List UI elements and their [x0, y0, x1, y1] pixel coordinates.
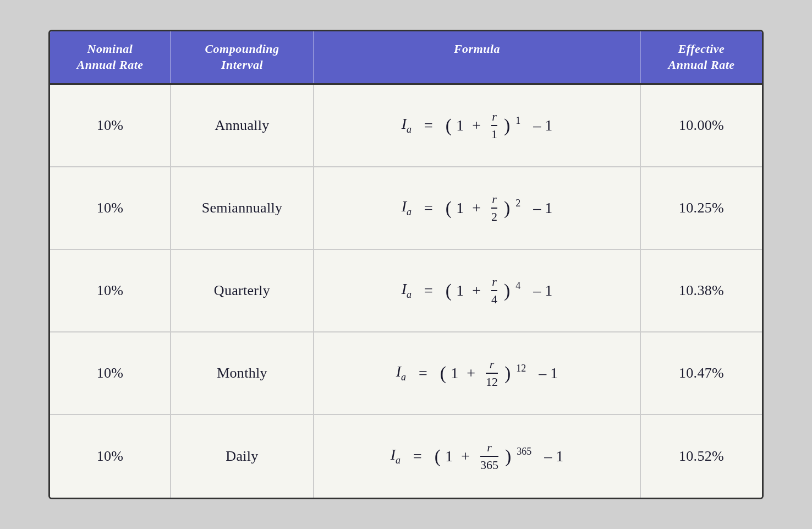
fraction: r 1 — [491, 110, 497, 141]
effective-rate-value: 10.25% — [679, 200, 724, 216]
plus: + — [457, 448, 474, 465]
fraction-numerator: r — [491, 192, 497, 209]
interval-cell: Annually — [171, 85, 314, 166]
interval-value: Monthly — [217, 365, 267, 381]
plus: + — [468, 282, 485, 299]
open-paren: ( — [446, 198, 452, 219]
nominal-rate-cell: 10% — [50, 167, 171, 249]
fraction-numerator: r — [491, 110, 497, 126]
interval-value: Daily — [226, 448, 258, 465]
one: 1 — [451, 364, 458, 382]
interval-cell: Monthly — [171, 332, 314, 414]
fraction: r 12 — [486, 357, 498, 389]
effective-rate-value: 10.47% — [679, 365, 724, 381]
fraction-numerator: r — [486, 357, 498, 374]
formula-ia: Ia — [402, 280, 412, 301]
close-paren: ) — [505, 446, 511, 467]
formula: Ia = ( 1 + r 365 ) 365 – 1 — [391, 440, 564, 472]
nominal-rate-value: 10% — [97, 200, 124, 216]
effective-rate-cell: 10.47% — [641, 332, 762, 414]
nominal-rate-cell: 10% — [50, 250, 171, 331]
nominal-rate-value: 10% — [97, 365, 124, 381]
effective-rate-cell: 10.00% — [641, 85, 762, 166]
one: 1 — [445, 448, 453, 465]
fraction-numerator: r — [480, 440, 498, 457]
interval-value: Semiannually — [202, 200, 283, 216]
equals-sign: = — [420, 199, 437, 217]
fraction-denominator: 12 — [486, 374, 498, 389]
header-effective-rate: EffectiveAnnual Rate — [641, 31, 762, 83]
formula: Ia = ( 1 + r 2 ) 2 – 1 — [402, 192, 553, 224]
formula-cell: Ia = ( 1 + r 4 ) 4 – 1 — [314, 250, 641, 331]
formula-cell: Ia = ( 1 + r 12 ) 12 – 1 — [314, 332, 641, 414]
table-row: 10% Monthly Ia = ( 1 + r 12 ) 12 — [50, 332, 762, 415]
interval-cell: Semiannually — [171, 167, 314, 249]
interval-value: Annually — [215, 117, 269, 134]
equals-sign: = — [420, 117, 437, 134]
close-paren: ) — [504, 115, 510, 136]
formula: Ia = ( 1 + r 1 ) 1 – 1 — [402, 110, 553, 141]
formula-ia: Ia — [402, 198, 412, 218]
effective-rate-value: 10.38% — [679, 282, 724, 299]
one: 1 — [456, 117, 464, 134]
open-paren: ( — [440, 363, 446, 384]
minus-one: – 1 — [540, 448, 563, 465]
exponent: 365 — [517, 446, 531, 457]
effective-rate-cell: 10.38% — [641, 250, 762, 331]
close-paren: ) — [504, 198, 510, 219]
interval-cell: Daily — [171, 415, 314, 498]
exponent: 2 — [515, 198, 520, 209]
open-paren: ( — [446, 115, 452, 136]
plus: + — [468, 117, 485, 134]
formula-ia: Ia — [402, 115, 412, 135]
header-nominal-rate: NominalAnnual Rate — [50, 31, 171, 83]
table-body: 10% Annually Ia = ( 1 + r 1 ) 1 — [50, 85, 762, 498]
effective-rate-cell: 10.25% — [641, 167, 762, 249]
minus-one: – 1 — [535, 364, 558, 382]
exponent: 4 — [515, 280, 520, 292]
table-row: 10% Daily Ia = ( 1 + r 365 ) 365 — [50, 415, 762, 498]
table-row: 10% Annually Ia = ( 1 + r 1 ) 1 — [50, 85, 762, 167]
table-header: NominalAnnual Rate CompoundingInterval F… — [50, 31, 762, 84]
nominal-rate-value: 10% — [97, 282, 124, 299]
header-compounding-interval: CompoundingInterval — [171, 31, 314, 83]
minus-one: – 1 — [529, 117, 552, 134]
exponent: 12 — [516, 363, 526, 374]
equals-sign: = — [409, 448, 426, 465]
fraction-denominator: 2 — [491, 209, 497, 224]
close-paren: ) — [504, 363, 511, 384]
formula-ia: Ia — [396, 363, 406, 383]
fraction: r 2 — [491, 192, 497, 224]
formula: Ia = ( 1 + r 4 ) 4 – 1 — [402, 275, 553, 307]
interval-value: Quarterly — [214, 282, 270, 299]
plus: + — [468, 199, 485, 217]
nominal-rate-cell: 10% — [50, 415, 171, 498]
one: 1 — [456, 199, 464, 217]
plus: + — [463, 364, 479, 382]
fraction-denominator: 4 — [491, 291, 497, 307]
fraction-denominator: 1 — [491, 126, 497, 141]
effective-rate-value: 10.52% — [679, 448, 724, 465]
fraction-numerator: r — [491, 275, 497, 291]
one: 1 — [456, 282, 464, 299]
nominal-rate-cell: 10% — [50, 332, 171, 414]
effective-rate-value: 10.00% — [679, 117, 724, 134]
formula-cell: Ia = ( 1 + r 2 ) 2 – 1 — [314, 167, 641, 249]
nominal-rate-value: 10% — [97, 448, 124, 465]
open-paren: ( — [435, 446, 441, 467]
minus-one: – 1 — [529, 282, 552, 299]
formula-cell: Ia = ( 1 + r 365 ) 365 – 1 — [314, 415, 641, 498]
fraction-denominator: 365 — [480, 457, 498, 472]
open-paren: ( — [446, 280, 452, 301]
nominal-rate-value: 10% — [97, 117, 124, 134]
effective-rate-cell: 10.52% — [641, 415, 762, 498]
equals-sign: = — [415, 364, 431, 382]
table-row: 10% Quarterly Ia = ( 1 + r 4 ) 4 — [50, 250, 762, 332]
close-paren: ) — [504, 280, 510, 301]
formula-cell: Ia = ( 1 + r 1 ) 1 – 1 — [314, 85, 641, 166]
fraction: r 365 — [480, 440, 498, 472]
interval-cell: Quarterly — [171, 250, 314, 331]
equals-sign: = — [420, 282, 437, 299]
formula-ia: Ia — [391, 446, 400, 466]
fraction: r 4 — [491, 275, 497, 307]
